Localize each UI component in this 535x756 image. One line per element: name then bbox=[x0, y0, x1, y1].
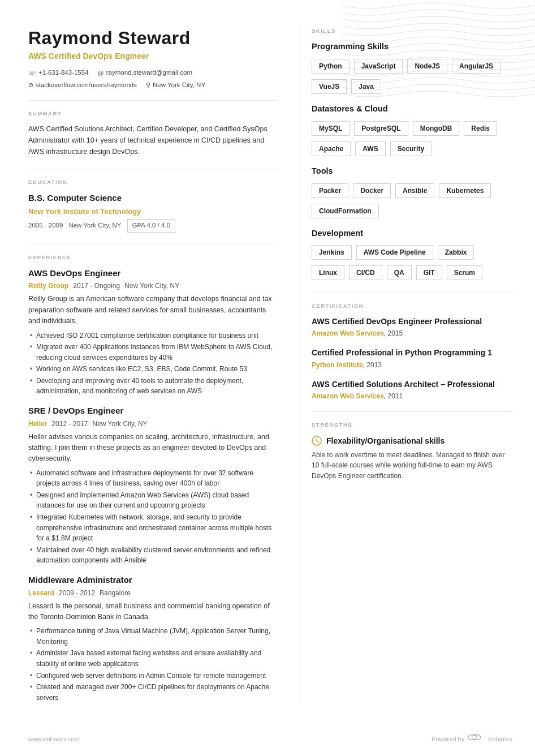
skill-tag: Docker bbox=[353, 183, 391, 198]
skills-label: SKILLS bbox=[312, 27, 512, 35]
summary-section: SUMMARY AWS Certified Solutions Architec… bbox=[28, 110, 277, 157]
phone-text: +1-631-843-1554 bbox=[38, 68, 89, 78]
location-text: New York City, NY bbox=[153, 80, 205, 90]
job-desc-2: Heller advises various companies on scal… bbox=[28, 432, 277, 465]
skill-tag: AWS bbox=[355, 141, 385, 156]
tools-skills-grid: Packer Docker Ansible Kubernetes CloudFo… bbox=[312, 183, 512, 221]
skill-tag: Apache bbox=[312, 141, 351, 156]
cert-year-3: 2011 bbox=[388, 392, 403, 400]
job-meta-3: Lessard 2009 - 2012 Bangalore bbox=[28, 588, 277, 598]
job-location-3: Bangalore bbox=[100, 588, 131, 598]
location-icon: ⚲ bbox=[146, 80, 150, 90]
skill-cat-title-3: Tools bbox=[312, 165, 512, 178]
job-title-2: SRE / DevOps Engineer bbox=[28, 405, 277, 418]
job-title-1: AWS DevOps Engineer bbox=[28, 267, 277, 280]
job-meta-2: Heller 2012 - 2017 New York City, NY bbox=[28, 419, 277, 429]
bullet-item: Working on AWS services like EC2, S3, EB… bbox=[28, 364, 277, 375]
skill-tag: Java bbox=[351, 79, 381, 94]
skill-category-tools: Tools Packer Docker Ansible Kubernetes C… bbox=[312, 165, 512, 221]
skill-tag: Python bbox=[312, 59, 350, 74]
cert-item-2: Certified Professional in Python Program… bbox=[312, 347, 512, 370]
bullet-item: Integrated Kubernetes with network, stor… bbox=[28, 512, 277, 544]
header-divider bbox=[28, 100, 277, 101]
skill-tag: AWS Code Pipeline bbox=[356, 245, 433, 260]
skill-tag: Scrum bbox=[447, 265, 482, 280]
skill-tag: MongoDB bbox=[413, 121, 460, 136]
footer-website: www.enhancv.com bbox=[28, 734, 80, 744]
email-text: raymond.steward@gmail.com bbox=[106, 68, 192, 78]
summary-divider bbox=[28, 169, 277, 169]
summary-label: SUMMARY bbox=[28, 110, 277, 118]
cert-divider bbox=[312, 411, 512, 412]
skill-category-datastores: Datastores & Cloud MySQL PostgreSQL Mong… bbox=[312, 103, 512, 158]
skill-cat-title-2: Datastores & Cloud bbox=[312, 103, 512, 115]
skill-tag: VueJS bbox=[312, 79, 347, 94]
strength-title-1: Flexability/Organisational skills bbox=[326, 435, 445, 447]
edu-degree: B.S. Computer Science bbox=[28, 192, 277, 205]
job-company-1: Reilly Group bbox=[28, 281, 68, 291]
contact-link: ⊘ stackoverflow.com/users/raymonds bbox=[28, 80, 137, 90]
contact-location: ⚲ New York City, NY bbox=[146, 80, 205, 90]
edu-meta: 2005 - 2009 New York City, NY GPA 4.0 / … bbox=[28, 219, 277, 232]
cert-issuer-line-3: Amazon Web Services, 2011 bbox=[312, 391, 512, 401]
link-text: stackoverflow.com/users/raymonds bbox=[36, 80, 137, 90]
strength-header-1: Flexability/Organisational skills bbox=[312, 435, 512, 447]
experience-label: EXPERIENCE bbox=[28, 254, 277, 261]
cert-label: CERTIFICATION bbox=[312, 302, 512, 310]
cert-issuer-line-2: Python Institute, 2013 bbox=[312, 360, 512, 370]
bullet-item: Developing and improving over 40 tools t… bbox=[28, 376, 277, 397]
cert-issuer-1: Amazon Web Services bbox=[312, 329, 384, 337]
cert-item-1: AWS Certified DevOps Engineer Profession… bbox=[312, 316, 512, 339]
datastores-skills-grid: MySQL PostgreSQL MongoDB Redis Apache AW… bbox=[312, 121, 512, 158]
contact-email: @ raymond.steward@gmail.com bbox=[98, 68, 192, 78]
job-desc-3: Lessard is the personal, small business … bbox=[28, 601, 277, 623]
cert-year-2: 2013 bbox=[366, 361, 382, 369]
strengths-label: STRENGTHS bbox=[312, 421, 512, 429]
skill-tag: Linux bbox=[312, 265, 344, 280]
job-company-2: Heller bbox=[28, 419, 47, 429]
education-divider bbox=[28, 244, 277, 244]
certification-section: CERTIFICATION AWS Certified DevOps Engin… bbox=[312, 302, 512, 401]
skill-cat-title-4: Development bbox=[312, 227, 512, 240]
cert-issuer-2: Python Institute bbox=[312, 361, 363, 369]
education-label: EDUCATION bbox=[28, 178, 277, 186]
phone-icon: ☏ bbox=[28, 68, 36, 78]
bullet-item: Maintained over 40 high availability clu… bbox=[28, 545, 277, 566]
footer-logo: Powered by Enhancv bbox=[432, 732, 512, 746]
cert-name-1: AWS Certified DevOps Engineer Profession… bbox=[312, 316, 512, 328]
job-bullets-3: Performance tuning of Java Virtual Machi… bbox=[28, 626, 277, 703]
skills-section: Programming Skills Python JavaScript Nod… bbox=[312, 41, 512, 282]
link-icon: ⊘ bbox=[28, 80, 33, 90]
job-dates-2: 2012 - 2017 bbox=[51, 419, 88, 429]
right-column: SKILLS Programming Skills Python JavaScr… bbox=[300, 27, 512, 704]
bullet-item: Performance tuning of Java Virtual Machi… bbox=[28, 626, 277, 647]
job-1: AWS DevOps Engineer Reilly Group 2017 - … bbox=[28, 267, 277, 397]
bullet-item: Designed and implemented Amazon Web Serv… bbox=[28, 490, 277, 511]
candidate-name: Raymond Steward bbox=[28, 27, 277, 49]
experience-section: EXPERIENCE AWS DevOps Engineer Reilly Gr… bbox=[28, 254, 277, 703]
svg-point-3 bbox=[468, 735, 477, 740]
skill-tag: Jenkins bbox=[312, 245, 352, 260]
powered-by-text: Powered by bbox=[432, 734, 464, 744]
skill-tag: Packer bbox=[312, 183, 348, 198]
education-section: EDUCATION B.S. Computer Science New York… bbox=[28, 178, 277, 233]
job-meta-1: Reilly Group 2017 - Ongoing New York Cit… bbox=[28, 281, 277, 291]
strength-desc-1: Able to work overtime to meet deadlines.… bbox=[312, 450, 512, 482]
skill-category-programming: Programming Skills Python JavaScript Nod… bbox=[312, 41, 512, 96]
bullet-item: Administer Java based external facing we… bbox=[28, 648, 277, 669]
job-location-2: New York City, NY bbox=[92, 419, 147, 429]
bullet-item: Created and managed over 200+ CI/CD pipe… bbox=[28, 682, 277, 703]
edu-location: New York City, NY bbox=[68, 221, 121, 230]
bullet-item: Automated software and infrastructure de… bbox=[28, 468, 277, 489]
cert-name-2: Certified Professional in Python Program… bbox=[312, 347, 512, 359]
left-column: Raymond Steward AWS Certified DevOps Eng… bbox=[28, 27, 300, 704]
cert-name-3: AWS Certified Solutions Architect – Prof… bbox=[312, 379, 512, 390]
skill-tag: MySQL bbox=[312, 121, 350, 136]
bullet-item: Achieved ISO 27001 compliance certificat… bbox=[28, 330, 277, 341]
svg-line-2 bbox=[317, 441, 318, 442]
job-title-3: Middleware Administrator bbox=[28, 574, 277, 587]
job-3: Middleware Administrator Lessard 2009 - … bbox=[28, 574, 277, 703]
contact-row: ☏ +1-631-843-1554 @ raymond.steward@gmai… bbox=[28, 68, 277, 90]
dev-skills-grid: Jenkins AWS Code Pipeline Zabbix Linux C… bbox=[312, 245, 512, 282]
header: Raymond Steward AWS Certified DevOps Eng… bbox=[28, 27, 277, 90]
